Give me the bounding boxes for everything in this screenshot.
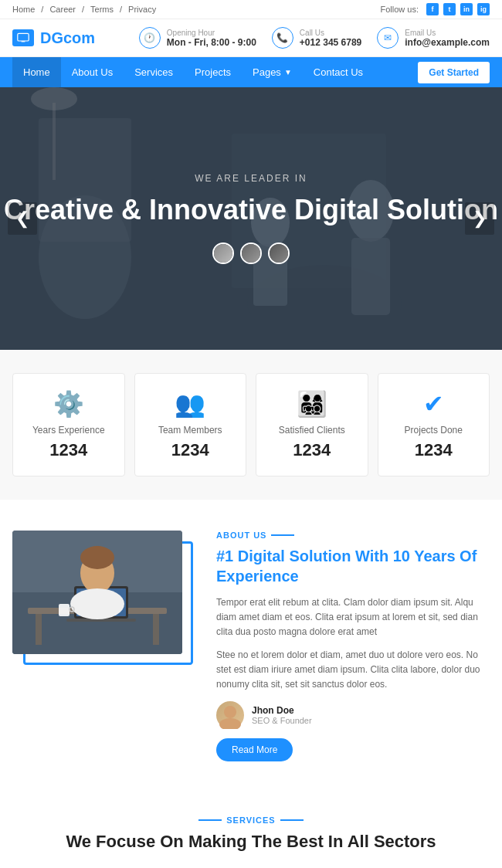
hero-dots: [4, 242, 498, 264]
clock-icon: 🕐: [139, 27, 161, 49]
call-label: Call Us: [300, 29, 361, 37]
breadcrumb-career[interactable]: Career: [49, 5, 76, 14]
nav-links: Home About Us Services Projects Pages ▼ …: [12, 57, 374, 87]
services-section: SERVICES We Focuse On Making The Best In…: [0, 792, 502, 868]
about-title: #1 Digital Solution With 10 Years Of Exp…: [216, 546, 490, 586]
nav-projects[interactable]: Projects: [184, 57, 242, 87]
facebook-icon[interactable]: f: [426, 3, 439, 15]
about-image-wrap: [12, 531, 198, 666]
nav-about[interactable]: About Us: [61, 57, 124, 87]
stat-years-value: 1234: [32, 440, 106, 460]
email-text: Email Us info@example.com: [405, 29, 490, 48]
opening-hour-value: Mon - Fri, 8:00 - 9:00: [167, 37, 256, 48]
gear-icon: ⚙️: [32, 389, 106, 419]
about-photo-svg: [12, 531, 182, 654]
linkedin-icon[interactable]: in: [460, 3, 473, 15]
svg-rect-18: [153, 614, 159, 645]
call-value: +012 345 6789: [300, 37, 361, 48]
main-nav: Home About Us Services Projects Pages ▼ …: [0, 57, 502, 87]
svg-rect-0: [18, 33, 29, 41]
monitor-icon: [17, 32, 29, 44]
top-bar: Home / Career / Terms / Privacy Follow u…: [0, 0, 502, 19]
svg-rect-17: [36, 614, 42, 645]
social-icons: f t in ig: [426, 3, 490, 15]
call-info: 📞 Call Us +012 345 6789: [272, 27, 361, 49]
stat-clients-value: 1234: [275, 440, 349, 460]
twitter-icon[interactable]: t: [443, 3, 456, 15]
services-title: We Focuse On Making The Best In All Sect…: [12, 831, 490, 853]
get-started-button[interactable]: Get Started: [418, 62, 490, 83]
about-content: ABOUT US #1 Digital Solution With 10 Yea…: [216, 531, 490, 761]
hero-dot-1[interactable]: [212, 242, 234, 264]
breadcrumb-privacy[interactable]: Privacy: [128, 5, 156, 14]
hero-dot-2[interactable]: [240, 242, 262, 264]
follow-label: Follow us:: [380, 5, 419, 14]
hero-dot-3[interactable]: [268, 242, 290, 264]
hero-title: Creative & Innovative Digital Solution: [4, 193, 498, 226]
about-tag: ABOUT US: [216, 531, 490, 540]
author-avatar-svg: [216, 701, 244, 729]
about-title-highlight: 10 Years: [393, 548, 456, 565]
instagram-icon[interactable]: ig: [477, 3, 490, 15]
logo-icon: [12, 29, 34, 46]
nav-contact[interactable]: Contact Us: [303, 57, 374, 87]
clients-icon: 👨‍👩‍👧‍👦: [275, 389, 349, 419]
svg-point-24: [70, 588, 124, 619]
svg-point-27: [224, 706, 236, 718]
breadcrumb: Home / Career / Terms / Privacy: [12, 5, 156, 14]
stat-team-label: Team Members: [154, 425, 228, 436]
breadcrumb-home[interactable]: Home: [12, 5, 35, 14]
nav-home[interactable]: Home: [12, 57, 61, 87]
stat-years-label: Years Experience: [32, 425, 106, 436]
about-photo: [12, 531, 182, 654]
nav-pages[interactable]: Pages ▼: [242, 57, 303, 87]
hero-section: WE ARE LEADER IN Creative & Innovative D…: [0, 87, 502, 350]
stat-clients-label: Satisfied Clients: [275, 425, 349, 436]
email-icon: ✉: [377, 27, 399, 49]
logo-text: DGcom: [40, 29, 95, 47]
breadcrumb-terms[interactable]: Terms: [90, 5, 114, 14]
author-name: Jhon Doe: [252, 705, 312, 716]
hero-prev-button[interactable]: ❮: [8, 202, 37, 235]
hero-next-button[interactable]: ❯: [465, 202, 494, 235]
nav-services[interactable]: Services: [124, 57, 184, 87]
about-title-part1: #1 Digital Solution With: [216, 548, 393, 565]
about-text-2: Stee no et lorem dolor et diam, amet duo…: [216, 648, 490, 693]
stat-clients: 👨‍👩‍👧‍👦 Satisfied Clients 1234: [256, 373, 368, 476]
site-header: DGcom 🕐 Opening Hour Mon - Fri, 8:00 - 9…: [0, 19, 502, 57]
phone-icon: 📞: [272, 27, 293, 49]
stat-team-value: 1234: [154, 440, 228, 460]
checkmark-icon: ✔: [397, 389, 471, 419]
about-text-1: Tempor erat elit rebum at clita. Clam do…: [216, 595, 490, 640]
hero-content: WE ARE LEADER IN Creative & Innovative D…: [4, 173, 498, 263]
stat-projects-label: Projects Done: [397, 425, 471, 436]
hero-subtitle: WE ARE LEADER IN: [4, 173, 498, 184]
about-section: ABOUT US #1 Digital Solution With 10 Yea…: [0, 500, 502, 792]
team-icon: 👥: [154, 389, 228, 419]
svg-point-28: [219, 718, 241, 729]
logo[interactable]: DGcom: [12, 29, 95, 47]
email-label: Email Us: [405, 29, 490, 37]
call-text: Call Us +012 345 6789: [300, 29, 361, 48]
opening-hour-info: 🕐 Opening Hour Mon - Fri, 8:00 - 9:00: [139, 27, 256, 49]
author-avatar: [216, 701, 244, 729]
svg-point-23: [80, 546, 114, 569]
header-info: 🕐 Opening Hour Mon - Fri, 8:00 - 9:00 📞 …: [139, 27, 490, 49]
read-more-button[interactable]: Read More: [216, 738, 293, 761]
opening-hour-label: Opening Hour: [167, 29, 256, 37]
stat-projects-value: 1234: [397, 440, 471, 460]
svg-rect-25: [59, 604, 70, 616]
services-tag: SERVICES: [12, 815, 490, 825]
pages-dropdown-arrow: ▼: [284, 68, 292, 76]
top-bar-right: Follow us: f t in ig: [380, 3, 490, 15]
author-role: SEO & Founder: [252, 716, 312, 725]
stat-team: 👥 Team Members 1234: [134, 373, 247, 476]
email-value: info@example.com: [405, 37, 490, 48]
stat-projects: ✔ Projects Done 1234: [378, 373, 490, 476]
opening-hour-text: Opening Hour Mon - Fri, 8:00 - 9:00: [167, 29, 256, 48]
about-image: [12, 531, 198, 654]
stat-years: ⚙️ Years Experience 1234: [12, 373, 125, 476]
author-info: Jhon Doe SEO & Founder: [252, 705, 312, 725]
about-author: Jhon Doe SEO & Founder: [216, 701, 490, 729]
svg-point-13: [31, 87, 77, 110]
